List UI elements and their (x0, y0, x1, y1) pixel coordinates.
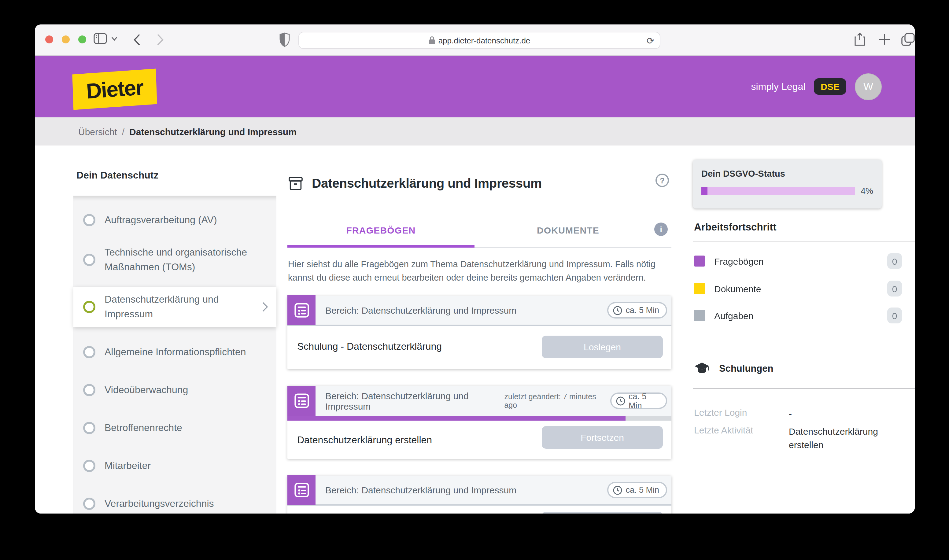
card-progress-track (288, 416, 671, 421)
privacy-shield-icon[interactable] (280, 32, 290, 47)
questionnaire-card: Bereich: Datenschutzerklärung und Impres… (288, 296, 671, 369)
window-controls (45, 35, 86, 43)
breadcrumb-parent[interactable]: Übersicht (78, 126, 117, 137)
card-body: Datenschutzerklärung erstellen Fortsetze… (288, 421, 671, 459)
card-progress-fill (288, 416, 625, 421)
browser-toolbar: app.dieter-datenschutz.de ⟳ (35, 25, 915, 55)
status-circle-icon (83, 384, 95, 396)
sidebar-item-datenschutzerklaerung[interactable]: Datenschutzerklärung und Impressum (73, 287, 276, 327)
minimize-window-button[interactable] (62, 35, 70, 43)
schulungen-link[interactable]: Schulungen (694, 361, 773, 377)
sidebar-chevron-down-icon[interactable] (111, 37, 117, 41)
sidebar-item-label: Auftragsverarbeitung (AV) (105, 213, 217, 228)
questionnaire-icon (288, 295, 315, 325)
dsgvo-status-title: Dein DSGVO-Status (701, 169, 873, 178)
info-icon[interactable]: i (654, 223, 668, 236)
browser-window: app.dieter-datenschutz.de ⟳ Dieter (35, 25, 915, 514)
duration-badge: ca. 5 Min (607, 302, 667, 318)
share-icon[interactable] (854, 32, 865, 46)
sidebar-item-label: Datenschutzerklärung und Impressum (105, 292, 253, 322)
count-badge: 0 (887, 308, 902, 323)
meta-label: Letzte Aktivität (694, 425, 789, 451)
account-name: simply Legal (751, 81, 805, 92)
yellow-square-icon (694, 283, 705, 294)
clock-icon (613, 485, 623, 495)
legend-label: Aufgaben (714, 310, 753, 321)
fortsetzen-button[interactable]: Fortsetzen (542, 426, 663, 449)
card-title: Schulung - Datenschutzerklärung (297, 341, 442, 352)
forward-button[interactable] (157, 34, 164, 46)
questionnaire-icon (288, 475, 315, 505)
divider (693, 388, 915, 389)
sidebar-item-toms[interactable]: Technische und organisatorische Maßnahme… (73, 245, 276, 274)
meta-value: - (789, 407, 885, 421)
card-body (288, 506, 671, 514)
card-body: Schulung - Datenschutzerklärung Loslegen (288, 326, 671, 369)
legend-row-frageboegen: Fragebögen 0 (694, 253, 902, 269)
back-button[interactable] (133, 34, 141, 46)
sidebar-item-verarbeitungsverzeichnis[interactable]: Verarbeitungsverzeichnis (73, 491, 276, 514)
status-circle-icon (83, 460, 95, 472)
meta-label: Letzter Login (694, 407, 789, 421)
dsgvo-status-card: Dein DSGVO-Status 4% (693, 160, 882, 208)
archive-icon (289, 176, 303, 191)
page-title: Datenschutzerklärung und Impressum (312, 176, 542, 191)
plan-badge[interactable]: DSE (814, 78, 846, 95)
reload-icon[interactable]: ⟳ (647, 35, 654, 46)
zoom-window-button[interactable] (78, 35, 86, 43)
meta-value: Datenschutzerklärung erstellen (789, 425, 885, 451)
dsgvo-status-progress: 4% (701, 186, 873, 195)
legend-row-dokumente: Dokumente 0 (694, 281, 902, 297)
tab-bar: FRAGEBÖGEN DOKUMENTE i (288, 218, 671, 248)
card-area-label: Bereich: Datenschutzerklärung und Impres… (325, 390, 504, 411)
dieter-logo[interactable]: Dieter (72, 68, 157, 110)
sidebar-item-videoueberwachung[interactable]: Videoüberwachung (73, 377, 276, 403)
header-right: simply Legal DSE W (751, 55, 882, 117)
sidebar-item-informationspflichten[interactable]: Allgemeine Informationspflichten (73, 339, 276, 365)
dsgvo-percent-label: 4% (861, 186, 873, 195)
logo-text: Dieter (85, 75, 144, 104)
main-panel: Datenschutzerklärung und Impressum ? FRA… (288, 146, 671, 514)
sidebar-list: Auftragsverarbeitung (AV) Technische und… (73, 195, 276, 514)
card-header: Bereich: Datenschutzerklärung und Impres… (288, 386, 671, 416)
close-window-button[interactable] (45, 35, 53, 43)
count-badge: 0 (887, 253, 902, 269)
page-content: Dein Datenschutz Auftragsverarbeitung (A… (35, 146, 915, 514)
sidebar-item-label: Betroffenenrechte (105, 421, 182, 435)
tab-dokumente[interactable]: DOKUMENTE (475, 218, 661, 248)
duration-text: ca. 5 Min (626, 485, 659, 495)
duration-text: ca. 5 Min (629, 392, 659, 410)
card-action-button[interactable] (542, 512, 663, 514)
screen: app.dieter-datenschutz.de ⟳ Dieter (0, 0, 949, 560)
loslegen-button[interactable]: Loslegen (542, 335, 663, 358)
page-title-row: Datenschutzerklärung und Impressum ? (289, 174, 671, 193)
status-circle-icon (83, 214, 95, 226)
tab-frageboegen[interactable]: FRAGEBÖGEN (288, 218, 475, 248)
sidebar-item-label: Allgemeine Informationspflichten (105, 345, 246, 360)
sidebar-item-label: Technische und organisatorische Maßnahme… (105, 245, 268, 274)
tab-overview-icon[interactable] (901, 33, 915, 46)
address-bar[interactable]: app.dieter-datenschutz.de ⟳ (298, 32, 660, 49)
duration-badge: ca. 5 Min (607, 482, 667, 498)
count-badge: 0 (887, 281, 902, 297)
questionnaire-icon (288, 386, 315, 416)
card-header: Bereich: Datenschutzerklärung und Impres… (288, 475, 671, 506)
sidebar-item-betroffenenrechte[interactable]: Betroffenenrechte (73, 415, 276, 441)
duration-text: ca. 5 Min (626, 306, 659, 315)
sidebar-item-label: Videoüberwachung (105, 383, 188, 397)
new-tab-icon[interactable] (879, 34, 890, 45)
dsgvo-progress-fill (701, 187, 708, 195)
sidebar-item-label: Mitarbeiter (105, 458, 151, 473)
card-area-label: Bereich: Datenschutzerklärung und Impres… (325, 485, 517, 495)
sidebar-item-mitarbeiter[interactable]: Mitarbeiter (73, 453, 276, 479)
sidebar-toggle-icon[interactable] (94, 33, 107, 44)
last-edited-text: zuletzt geändert: 7 minutes ago (504, 392, 604, 409)
legend-row-aufgaben: Aufgaben 0 (694, 308, 902, 323)
meta-row-activity: Letzte Aktivität Datenschutzerklärung er… (694, 425, 902, 451)
avatar[interactable]: W (855, 73, 882, 100)
help-icon[interactable]: ? (655, 174, 669, 187)
sidebar-item-auftragsverarbeitung[interactable]: Auftragsverarbeitung (AV) (73, 207, 276, 233)
breadcrumb-current: Datenschutzerklärung und Impressum (129, 126, 297, 137)
graduation-cap-icon (694, 362, 710, 375)
app-header: Dieter simply Legal DSE W (35, 55, 915, 117)
